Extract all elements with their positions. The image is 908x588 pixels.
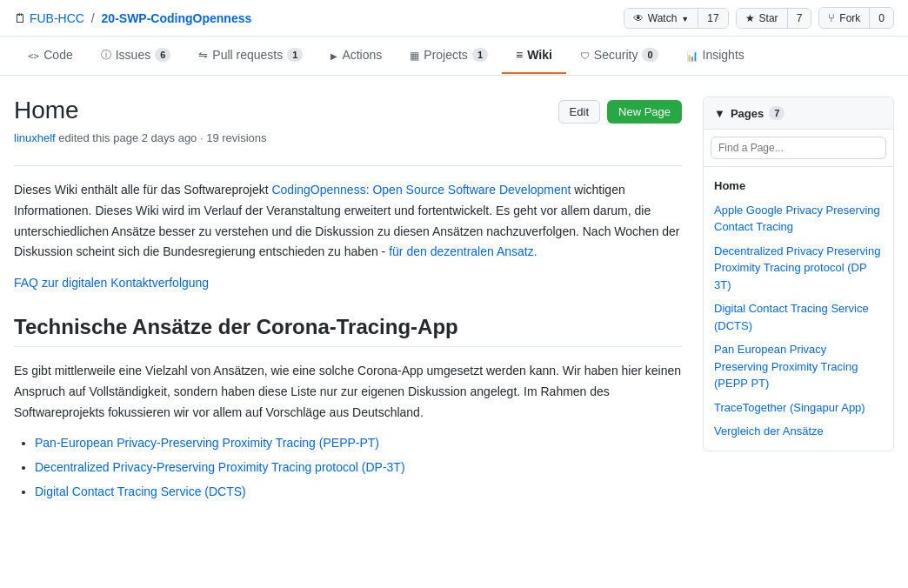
- tab-code-label: Code: [43, 48, 72, 62]
- sidebar-search-input[interactable]: [711, 137, 886, 159]
- code-icon: [28, 48, 39, 62]
- security-badge: 0: [642, 48, 658, 62]
- section-heading: Technische Ansätze der Corona-Tracing-Ap…: [14, 315, 682, 347]
- top-actions: Watch 17 Star 7 Fork 0: [624, 7, 894, 29]
- watch-button[interactable]: Watch: [624, 9, 698, 28]
- watch-chevron-icon: [681, 12, 689, 24]
- tab-pull-requests[interactable]: Pull requests 1: [184, 37, 317, 74]
- sidebar-link-apple-google[interactable]: Apple Google Privacy Preserving Contact …: [704, 198, 893, 239]
- list-link-2[interactable]: Digital Contact Tracing Service (DCTS): [35, 484, 246, 498]
- star-group: Star 7: [736, 8, 812, 29]
- sidebar-header-label: Pages: [731, 107, 764, 120]
- projects-icon: [410, 48, 419, 62]
- sidebar-link-home[interactable]: Home: [704, 174, 893, 198]
- edit-button[interactable]: Edit: [558, 100, 600, 124]
- tab-wiki[interactable]: Wiki: [502, 37, 566, 74]
- sidebar: ▼ Pages 7 Home Apple Google Privacy Pres…: [703, 97, 894, 513]
- tab-code[interactable]: Code: [14, 37, 87, 74]
- main-container: Home Edit New Page linuxhelf edited this…: [0, 76, 908, 534]
- watch-icon: [633, 12, 644, 24]
- nav-tabs: Code Issues 6 Pull requests 1 Actions Pr…: [0, 37, 908, 76]
- sidebar-link-vergleich[interactable]: Vergleich der Ansätze: [704, 419, 893, 444]
- tab-insights-label: Insights: [703, 48, 744, 62]
- list-item: Pan-European Privacy-Preserving Proximit…: [35, 433, 682, 454]
- list-items: Pan-European Privacy-Preserving Proximit…: [14, 433, 682, 502]
- tab-actions-label: Actions: [342, 48, 382, 62]
- header-buttons: Edit New Page: [558, 100, 682, 124]
- watch-group: Watch 17: [624, 8, 729, 29]
- repo-link[interactable]: 20-SWP-CodingOpenness: [102, 11, 252, 25]
- list-link-0[interactable]: Pan-European Privacy-Preserving Proximit…: [35, 436, 379, 450]
- page-meta: linuxhelf edited this page 2 days ago · …: [14, 131, 682, 144]
- fork-icon: [828, 11, 835, 24]
- intro-paragraph: Dieses Wiki enthält alle für das Softwar…: [14, 180, 682, 263]
- dezentralen-ansatz-link[interactable]: für den dezentralen Ansatz.: [389, 244, 537, 258]
- repo-icon: 🗒: [14, 11, 30, 25]
- actions-icon: [330, 48, 337, 62]
- sidebar-header[interactable]: ▼ Pages 7: [704, 97, 893, 130]
- tab-issues[interactable]: Issues 6: [87, 37, 185, 75]
- repo-path: 🗒 FUB-HCC / 20-SWP-CodingOpenness: [14, 11, 624, 25]
- faq-paragraph: FAQ zur digitalen Kontaktverfolgung: [14, 273, 682, 294]
- sidebar-links: Home Apple Google Privacy Preserving Con…: [704, 167, 893, 451]
- pr-badge: 1: [287, 48, 303, 62]
- watch-count: 17: [698, 9, 727, 28]
- tab-projects-label: Projects: [424, 48, 468, 62]
- sidebar-link-pepp-pt[interactable]: Pan European Privacy Preserving Proximit…: [704, 337, 893, 396]
- author-link[interactable]: linuxhelf: [14, 131, 56, 144]
- list-link-1[interactable]: Decentralized Privacy-Preserving Proximi…: [35, 460, 405, 474]
- org-link[interactable]: FUB-HCC: [30, 11, 84, 25]
- fork-label: Fork: [839, 12, 860, 24]
- projects-badge: 1: [472, 48, 488, 62]
- insights-icon: [686, 48, 698, 62]
- sidebar-link-tracetogether[interactable]: TraceTogether (Singapur App): [704, 396, 893, 420]
- tab-actions[interactable]: Actions: [317, 37, 396, 74]
- page-title: Home: [14, 97, 79, 124]
- tab-pr-label: Pull requests: [212, 48, 283, 62]
- content-area: Home Edit New Page linuxhelf edited this…: [14, 97, 682, 513]
- list-item: Digital Contact Tracing Service (DCTS): [35, 482, 682, 503]
- tab-wiki-label: Wiki: [527, 48, 552, 62]
- star-label: Star: [759, 12, 778, 24]
- content-divider: [14, 165, 682, 166]
- page-header: Home Edit New Page: [14, 97, 682, 124]
- tab-projects[interactable]: Projects 1: [396, 37, 502, 74]
- faq-link[interactable]: FAQ zur digitalen Kontaktverfolgung: [14, 276, 209, 290]
- tab-issues-label: Issues: [116, 48, 150, 62]
- security-icon: [580, 48, 590, 62]
- path-separator: /: [91, 11, 95, 25]
- sidebar-link-dcts[interactable]: Digital Contact Tracing Service (DCTS): [704, 297, 893, 337]
- star-count: 7: [787, 9, 811, 28]
- tab-security[interactable]: Security 0: [566, 37, 672, 74]
- fork-group: Fork 0: [818, 7, 894, 29]
- star-icon: [745, 12, 755, 24]
- tab-insights[interactable]: Insights: [672, 37, 758, 74]
- fork-count: 0: [869, 8, 893, 28]
- intro-text1: Dieses Wiki enthält alle für das Softwar…: [14, 183, 271, 197]
- sidebar-chevron-icon: ▼: [714, 107, 725, 120]
- section-paragraph: Es gibt mittlerweile eine Vielzahl von A…: [14, 361, 682, 423]
- article: Dieses Wiki enthält alle für das Softwar…: [14, 180, 682, 503]
- sidebar-section-pages: ▼ Pages 7 Home Apple Google Privacy Pres…: [703, 97, 894, 451]
- issues-icon: [101, 47, 111, 63]
- star-button[interactable]: Star: [737, 9, 787, 28]
- sidebar-link-dp3t[interactable]: Decentralized Privacy Preserving Proximi…: [704, 239, 893, 297]
- new-page-button[interactable]: New Page: [607, 100, 682, 124]
- issues-badge: 6: [155, 48, 170, 62]
- list-item: Decentralized Privacy-Preserving Proximi…: [35, 458, 682, 478]
- coding-openness-link[interactable]: CodingOpenness: Open Source Software Dev…: [271, 183, 571, 197]
- wiki-icon: [516, 48, 523, 62]
- sidebar-search: [704, 130, 893, 167]
- meta-text: edited this page 2 days ago · 19 revisio…: [58, 131, 266, 144]
- sidebar-pages-badge: 7: [769, 106, 784, 120]
- pr-icon: [198, 48, 208, 62]
- watch-label: Watch: [648, 12, 678, 24]
- tab-security-label: Security: [594, 48, 638, 62]
- topbar: 🗒 FUB-HCC / 20-SWP-CodingOpenness Watch …: [0, 0, 908, 37]
- fork-button[interactable]: Fork: [819, 8, 869, 28]
